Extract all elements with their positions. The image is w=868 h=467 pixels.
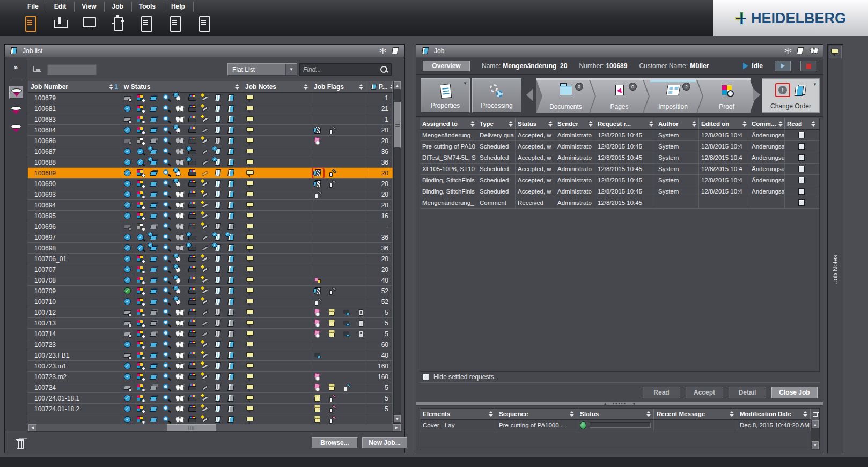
sort-control[interactable]: [303, 84, 308, 90]
request-row[interactable]: DfTest_SM74-5L, SScheduledAccepted, wAdm…: [420, 152, 819, 164]
sort-control[interactable]: [470, 121, 475, 127]
column-header-assigned-to[interactable]: Assigned to: [420, 118, 477, 129]
new-job-button[interactable]: New Job...: [362, 437, 407, 448]
column-header-sender[interactable]: Sender: [555, 118, 595, 129]
column-header-job-flags[interactable]: Job Flags: [311, 81, 366, 92]
job-row[interactable]: 1006831: [28, 114, 393, 125]
read-checkbox[interactable]: [798, 132, 805, 138]
export-document-icon[interactable]: [138, 15, 155, 31]
job-notes-tab[interactable]: [829, 46, 842, 58]
tab-change-order[interactable]: ▼ ! Change Order: [762, 78, 820, 113]
print-queue-icon[interactable]: [52, 15, 68, 31]
sort-control[interactable]: [569, 411, 574, 417]
tab-properties[interactable]: ▼ Properties: [421, 78, 470, 113]
panel-menu-icon[interactable]: [391, 47, 400, 55]
tab-imposition[interactable]: 2Imposition: [644, 80, 702, 113]
column-header-job-notes[interactable]: Job Notes: [242, 81, 311, 92]
tab-overview[interactable]: Overview: [423, 61, 470, 71]
job-row[interactable]: 10070952: [28, 286, 393, 296]
read-checkbox[interactable]: [798, 177, 805, 183]
tab-pages[interactable]: 0Pages: [590, 80, 649, 113]
read-checkbox[interactable]: [798, 166, 805, 172]
browse-button[interactable]: Browse...: [312, 437, 358, 448]
menu-item-job[interactable]: Job: [105, 2, 131, 12]
job-row[interactable]: 10069836: [28, 243, 393, 254]
sort-control[interactable]: [488, 411, 493, 417]
stop-processing-button[interactable]: [800, 61, 816, 71]
steps-scroll-right-icon[interactable]: [753, 88, 760, 101]
job-row[interactable]: 10068420: [28, 125, 393, 136]
tab-documents[interactable]: 0Documents: [536, 80, 595, 113]
scroll-up-icon[interactable]: ▲: [394, 81, 401, 90]
job-row[interactable]: 1007135: [28, 318, 393, 329]
read-checkbox[interactable]: [798, 199, 805, 206]
job-row[interactable]: 10070720: [28, 264, 393, 275]
start-processing-button[interactable]: [775, 61, 791, 71]
job-row[interactable]: 10069516: [28, 211, 393, 221]
job-row[interactable]: 10069420: [28, 200, 393, 211]
filter-funnel-1[interactable]: [9, 86, 23, 99]
scrollbar-thumb[interactable]: ||||: [167, 424, 216, 431]
trash-icon[interactable]: [16, 438, 24, 448]
expand-rail-icon[interactable]: »: [14, 63, 18, 71]
column-header-sequence[interactable]: Sequence: [496, 409, 577, 419]
job-row[interactable]: 10072360: [28, 339, 393, 350]
request-row[interactable]: Pre-cutting of PA10ScheduledAccepted, wA…: [420, 141, 819, 152]
job-row[interactable]: 1007245: [28, 382, 393, 393]
filter-funnel-3[interactable]: [9, 122, 23, 135]
request-row[interactable]: Binding, StitchFinisScheduledAccepted, w…: [420, 186, 819, 197]
job-row[interactable]: 100723.m1160: [28, 361, 393, 372]
sort-control[interactable]: [234, 84, 239, 90]
job-row[interactable]: 1006791: [28, 93, 393, 103]
sort-control[interactable]: [389, 84, 393, 90]
request-row[interactable]: Binding, StitchFinisScheduledAccepted, w…: [420, 175, 819, 186]
sort-control[interactable]: [742, 121, 747, 127]
job-list-horizontal-scrollbar[interactable]: ◀ |||| ▶: [28, 424, 401, 432]
scroll-down-icon[interactable]: ▼: [394, 415, 401, 423]
column-header-request-r-[interactable]: Request r...: [595, 118, 656, 129]
job-row[interactable]: 10070840: [28, 275, 393, 286]
panel-menu-icon[interactable]: [796, 47, 805, 55]
sort-control[interactable]: [508, 121, 513, 127]
scrollbar-thumb[interactable]: [394, 102, 401, 148]
report-document-icon[interactable]: [167, 15, 183, 31]
sort-control[interactable]: [646, 411, 651, 417]
sort-control[interactable]: [692, 121, 696, 127]
read-checkbox[interactable]: [798, 143, 805, 150]
job-row[interactable]: 10068620: [28, 136, 393, 146]
system-settings-icon[interactable]: [80, 15, 97, 31]
column-picker-icon[interactable]: [811, 409, 819, 420]
menu-item-tools[interactable]: Tools: [132, 2, 164, 12]
chevron-down-icon[interactable]: ▼: [463, 81, 467, 86]
job-row[interactable]: 100723.m2160: [28, 372, 393, 382]
accept-button[interactable]: Accept: [686, 387, 723, 398]
tab-proof[interactable]: Proof: [697, 80, 756, 113]
job-row[interactable]: 10069020: [28, 179, 393, 189]
column-header-status[interactable]: w Status: [121, 81, 242, 92]
sort-control[interactable]: [588, 121, 593, 127]
request-row[interactable]: Mengenänderung_Delivery quaAccepted, wAd…: [420, 130, 819, 141]
read-checkbox[interactable]: [798, 188, 805, 195]
job-list-vertical-scrollbar[interactable]: ▲ ▼: [393, 81, 401, 424]
process-document-icon[interactable]: [196, 15, 212, 31]
column-header-elements[interactable]: Elements: [420, 409, 496, 419]
job-row[interactable]: 10069320: [28, 189, 393, 200]
job-row[interactable]: 10068736: [28, 146, 393, 157]
sort-control[interactable]: [729, 411, 734, 417]
job-row[interactable]: 1007145: [28, 329, 393, 339]
job-row[interactable]: 1007125: [28, 307, 393, 318]
column-header-modification-date[interactable]: Modification Date: [737, 409, 811, 419]
column-header-pages[interactable]: P...: [366, 81, 393, 92]
menu-item-view[interactable]: View: [75, 2, 105, 12]
job-row[interactable]: [28, 414, 393, 424]
detach-panel-icon[interactable]: [809, 47, 819, 55]
scroll-right-icon[interactable]: ▶: [393, 424, 401, 431]
tree-view-icon[interactable]: [33, 66, 41, 72]
menu-item-help[interactable]: Help: [164, 2, 194, 12]
menu-item-edit[interactable]: Edit: [47, 2, 75, 12]
request-row[interactable]: XL105-10P6, ST10ScheduledAccepted, wAdmi…: [420, 164, 819, 175]
column-header-status[interactable]: Status: [577, 409, 654, 419]
panel-splitter[interactable]: ▲•••••▼: [416, 402, 823, 406]
element-row[interactable]: Cover - LayPre-cutting of PA1000...Dec 8…: [420, 420, 819, 431]
request-row[interactable]: Mengenänderung_CommentReceivedAdministra…: [420, 197, 819, 209]
